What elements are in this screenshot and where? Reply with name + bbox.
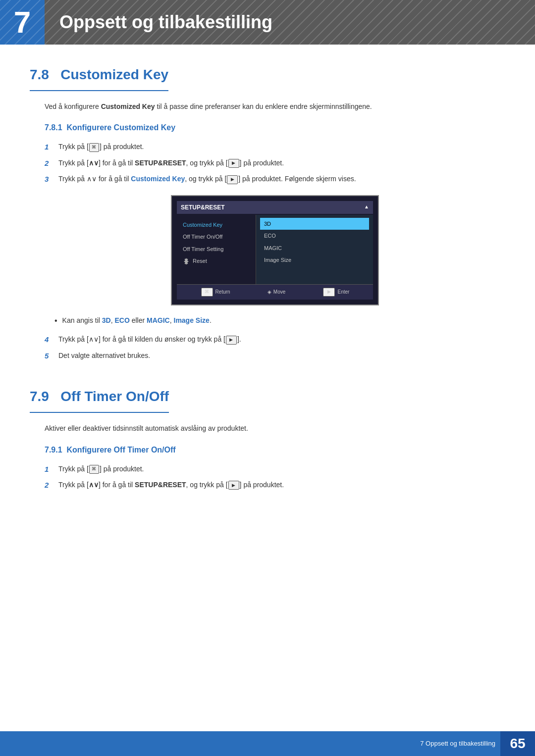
move-icon: ◈ xyxy=(268,288,271,296)
screen-menu: Customized Key Off Timer On/Off Off Time… xyxy=(177,215,256,284)
step-791-1: 1 Trykk på [⌘] på produktet. xyxy=(45,464,505,475)
footer-enter: ▶ Enter xyxy=(322,288,349,297)
footer-page-number-box: 65 xyxy=(500,731,535,756)
section-78-number: 7.8 xyxy=(30,67,49,82)
menu-off-timer-setting: Off Timer Setting xyxy=(177,243,256,255)
enter-icon-3: ▶ xyxy=(226,336,237,345)
chapter-title: Oppsett og tilbakestilling xyxy=(59,9,272,36)
option-image-size: Image Size xyxy=(260,254,369,266)
main-content: 7.8 Customized Key Ved å konfigurere Cus… xyxy=(0,64,535,546)
section-79: 7.9 Off Timer On/Off Aktiver eller deakt… xyxy=(30,386,505,491)
option-eco: ECO xyxy=(260,230,369,242)
section-78: 7.8 Customized Key Ved å konfigurere Cus… xyxy=(30,64,505,361)
step-3: 3 Trykk på ∧∨ for å gå til Customized Ke… xyxy=(45,174,505,185)
step-5: 5 Det valgte alternativet brukes. xyxy=(45,351,505,362)
footer-return: ⌘ Return xyxy=(201,288,230,297)
screen-footer: ⌘ Return ◈ Move ▶ Enter xyxy=(177,284,373,300)
enter-icon-79: ▶ xyxy=(228,481,239,490)
step-1: 1 Trykk på [⌘] på produktet. xyxy=(45,142,505,153)
section-79-intro: Aktiver eller deaktiver tidsinnstilt aut… xyxy=(45,423,505,434)
menu-customized-key: Customized Key xyxy=(177,219,256,231)
menu-off-timer-onoff: Off Timer On/Off xyxy=(177,231,256,243)
footer-page-number: 65 xyxy=(510,733,525,754)
footer-move: ◈ Move xyxy=(268,288,285,297)
enter-icon-2: ▶ xyxy=(227,175,238,184)
section-79-title: Off Timer On/Off xyxy=(60,389,169,404)
return-icon: ⌘ xyxy=(201,288,213,297)
steps-781-cont: 4 Trykk på [∧∨] for å gå til kilden du ø… xyxy=(45,334,505,361)
footer-chapter-text: 7 Oppsett og tilbakestilling xyxy=(420,739,500,749)
chapter-number-box: 7 xyxy=(0,0,45,45)
menu-icon-79: ⌘ xyxy=(89,465,99,474)
chapter-number: 7 xyxy=(14,7,31,38)
option-magic: MAGIC xyxy=(260,242,369,254)
step-4: 4 Trykk på [∧∨] for å gå til kilden du ø… xyxy=(45,334,505,346)
screen-simulation: SETUP&RESET ▲ Customized Key Off Timer O… xyxy=(45,195,505,305)
page-footer: 7 Oppsett og tilbakestilling 65 xyxy=(0,731,535,756)
enter-icon-1: ▶ xyxy=(228,159,239,168)
screen-title-bar: SETUP&RESET ▲ xyxy=(177,201,373,214)
steps-781: 1 Trykk på [⌘] på produktet. 2 Trykk på … xyxy=(45,142,505,185)
enter-icon-footer: ▶ xyxy=(323,288,335,297)
screen-sim-box: SETUP&RESET ▲ Customized Key Off Timer O… xyxy=(171,195,379,305)
chapter-title-area: Oppsett og tilbakestilling xyxy=(45,0,535,45)
step-2: 2 Trykk på [∧∨] for å gå til SETUP&RESET… xyxy=(45,158,505,169)
section-78-intro: Ved å konfigurere Customized Key til å p… xyxy=(45,101,505,112)
subsection-781-heading: 7.8.1 Konfigurere Customized Key xyxy=(45,122,505,134)
menu-reset: Reset xyxy=(177,255,256,267)
gear-icon xyxy=(183,258,190,265)
bullet-list-78: Kan angis til 3D, ECO eller MAGIC, Image… xyxy=(54,315,505,326)
section-78-title: Customized Key xyxy=(60,67,168,82)
step-791-2: 2 Trykk på [∧∨] for å gå til SETUP&RESET… xyxy=(45,480,505,491)
screen-options: 3D ECO MAGIC Image Size xyxy=(256,215,373,284)
chapter-header: 7 Oppsett og tilbakestilling xyxy=(0,0,535,45)
bullet-item-1: Kan angis til 3D, ECO eller MAGIC, Image… xyxy=(54,315,505,326)
subsection-791-heading: 7.9.1 Konfigurere Off Timer On/Off xyxy=(45,444,505,456)
section-78-heading: 7.8 Customized Key xyxy=(30,64,168,91)
section-79-heading: 7.9 Off Timer On/Off xyxy=(30,386,169,413)
option-3d: 3D xyxy=(260,218,369,230)
steps-791: 1 Trykk på [⌘] på produktet. 2 Trykk på … xyxy=(45,464,505,491)
menu-icon: ⌘ xyxy=(89,143,99,152)
screen-body: Customized Key Off Timer On/Off Off Time… xyxy=(177,215,373,284)
section-79-number: 7.9 xyxy=(30,389,49,404)
